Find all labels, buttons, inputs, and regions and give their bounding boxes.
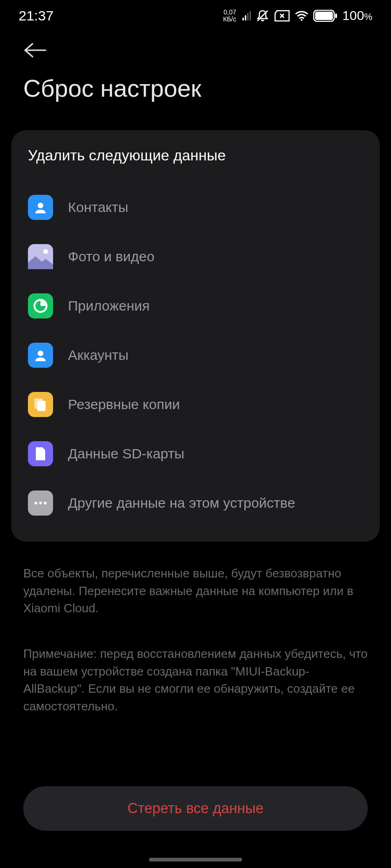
gesture-bar[interactable] (149, 858, 242, 861)
data-item-label: Другие данные на этом устройстве (68, 495, 295, 511)
status-time: 21:37 (19, 8, 54, 24)
data-item: Данные SD-карты (28, 429, 363, 478)
back-arrow-icon (23, 42, 47, 59)
svg-point-7 (301, 19, 303, 21)
data-item: Другие данные на этом устройстве (28, 478, 363, 528)
photos-icon (28, 244, 53, 269)
apps-icon (28, 293, 53, 318)
data-deletion-card: Удалить следующие данные КонтактыФото и … (11, 130, 380, 542)
status-right: 0,07 КБ/с (223, 8, 372, 23)
page-title: Сброс настроек (0, 70, 391, 121)
info-text-1: Все объекты, перечисленные выше, будут б… (0, 551, 391, 617)
battery-icon (313, 10, 337, 22)
signal-icon (243, 11, 251, 20)
data-item-label: Фото и видео (68, 249, 155, 265)
info-text-2: Примечание: перед восстановлением данных… (0, 631, 391, 716)
svg-rect-2 (247, 13, 249, 20)
other-icon (28, 490, 53, 516)
dnd-icon (256, 9, 270, 23)
erase-all-button-label: Стереть все данные (128, 800, 263, 817)
sim-error-icon (274, 10, 290, 22)
accounts-icon (28, 343, 53, 368)
svg-rect-1 (245, 15, 246, 20)
data-item-label: Резервные копии (68, 397, 180, 412)
svg-rect-9 (315, 12, 333, 20)
sdcard-icon (28, 441, 53, 466)
erase-all-button[interactable]: Стереть все данные (23, 786, 368, 831)
data-item: Аккаунты (28, 331, 363, 380)
data-item: Резервные копии (28, 380, 363, 429)
battery-percent-value: 100 (342, 8, 364, 23)
data-item: Фото и видео (28, 232, 363, 281)
status-bar: 21:37 0,07 КБ/с (0, 0, 391, 28)
network-speed: 0,07 КБ/с (223, 9, 236, 23)
data-item-label: Контакты (68, 199, 128, 215)
svg-point-21 (34, 502, 37, 504)
data-item-label: Данные SD-карты (68, 446, 184, 462)
svg-point-16 (43, 249, 48, 254)
data-item: Контакты (28, 183, 363, 232)
network-speed-unit: КБ/с (223, 16, 236, 23)
svg-point-18 (38, 351, 43, 356)
svg-point-14 (38, 203, 43, 208)
wifi-icon (295, 10, 309, 21)
contacts-icon (28, 195, 53, 220)
data-item-label: Приложения (68, 298, 150, 314)
svg-rect-0 (243, 18, 244, 20)
card-title: Удалить следующие данные (28, 147, 363, 164)
battery-percent-sign: % (364, 12, 372, 22)
network-speed-value: 0,07 (223, 9, 236, 16)
svg-rect-3 (249, 11, 251, 20)
svg-point-22 (39, 502, 42, 504)
battery-percent: 100% (342, 8, 372, 23)
svg-line-12 (25, 44, 33, 50)
data-item-label: Аккаунты (68, 347, 128, 363)
svg-rect-10 (335, 13, 337, 18)
svg-line-13 (25, 50, 33, 57)
data-item: Приложения (28, 281, 363, 331)
svg-point-23 (44, 502, 47, 504)
backups-icon (28, 392, 53, 417)
back-button[interactable] (0, 28, 391, 70)
svg-rect-20 (37, 401, 46, 411)
